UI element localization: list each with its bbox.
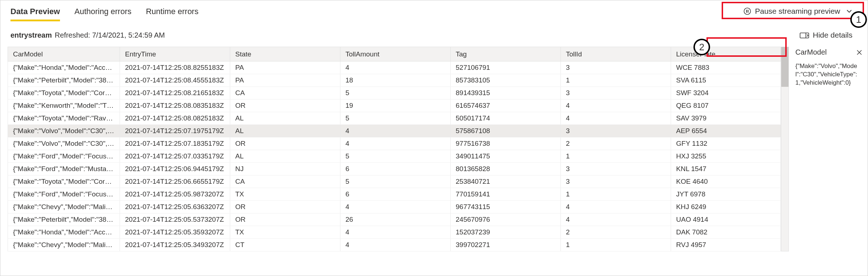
scrollbar-thumb[interactable]: [781, 47, 788, 87]
tab-data-preview[interactable]: Data Preview: [10, 2, 60, 21]
cell-carmodel[interactable]: {"Make":"Peterbilt","Model":"389","V: [8, 74, 120, 87]
cell-tollid[interactable]: 4: [561, 213, 671, 226]
cell-carmodel[interactable]: {"Make":"Peterbilt","Model":"389","V: [8, 213, 120, 226]
cell-plate[interactable]: KNL 1547: [671, 163, 781, 175]
cell-plate[interactable]: SAV 3979: [671, 112, 781, 125]
cell-plate[interactable]: WCE 7883: [671, 61, 781, 74]
cell-entrytime[interactable]: 2021-07-14T12:25:06.9445179Z: [120, 163, 230, 175]
cell-plate[interactable]: RVJ 4957: [671, 239, 781, 251]
cell-carmodel[interactable]: {"Make":"Chevy","Model":"Malibu",: [8, 201, 120, 213]
cell-plate[interactable]: SWF 3204: [671, 87, 781, 99]
cell-tag[interactable]: 977516738: [451, 137, 561, 150]
cell-state[interactable]: OR: [230, 99, 340, 112]
cell-carmodel[interactable]: {"Make":"Toyota","Model":"Rav4","Ve: [8, 112, 120, 125]
cell-tollamount[interactable]: 5: [340, 87, 451, 99]
cell-tollamount[interactable]: 4: [340, 201, 451, 213]
cell-tag[interactable]: 857383105: [451, 74, 561, 87]
vertical-scrollbar[interactable]: [781, 47, 789, 251]
cell-tollid[interactable]: 3: [561, 87, 671, 99]
cell-plate[interactable]: GFY 1132: [671, 137, 781, 150]
cell-tag[interactable]: 967743115: [451, 201, 561, 213]
cell-tollamount[interactable]: 5: [340, 112, 451, 125]
cell-tollamount[interactable]: 4: [340, 61, 451, 74]
cell-carmodel[interactable]: {"Make":"Volvo","Model":"C30","Veh: [8, 137, 120, 150]
cell-state[interactable]: AL: [230, 125, 340, 137]
cell-carmodel[interactable]: {"Make":"Kenworth","Model":"T680": [8, 99, 120, 112]
cell-tollamount[interactable]: 4: [340, 137, 451, 150]
table-row[interactable]: {"Make":"Honda","Model":"Accord",2021-07…: [8, 226, 781, 239]
cell-tag[interactable]: 399702271: [451, 239, 561, 251]
cell-plate[interactable]: KHJ 6249: [671, 201, 781, 213]
cell-tollid[interactable]: 1: [561, 239, 671, 251]
cell-entrytime[interactable]: 2021-07-14T12:25:06.6655179Z: [120, 175, 230, 188]
table-row[interactable]: {"Make":"Toyota","Model":"Corolla",2021-…: [8, 175, 781, 188]
hide-details-button[interactable]: Hide details: [795, 29, 858, 42]
cell-tag[interactable]: 349011475: [451, 150, 561, 163]
cell-tag[interactable]: 801365828: [451, 163, 561, 175]
table-row[interactable]: {"Make":"Toyota","Model":"Corolla",2021-…: [8, 87, 781, 99]
cell-tollid[interactable]: 3: [561, 61, 671, 74]
cell-tollid[interactable]: 1: [561, 150, 671, 163]
table-row[interactable]: {"Make":"Volvo","Model":"C30","Veh2021-0…: [8, 125, 781, 137]
cell-state[interactable]: AL: [230, 150, 340, 163]
cell-tollamount[interactable]: 5: [340, 150, 451, 163]
table-row[interactable]: {"Make":"Chevy","Model":"Malibu",2021-07…: [8, 239, 781, 251]
cell-tag[interactable]: 505017174: [451, 112, 561, 125]
cell-plate[interactable]: QEG 8107: [671, 99, 781, 112]
cell-tollamount[interactable]: 26: [340, 213, 451, 226]
cell-state[interactable]: AL: [230, 112, 340, 125]
cell-state[interactable]: OR: [230, 201, 340, 213]
cell-tollid[interactable]: 4: [561, 99, 671, 112]
cell-tag[interactable]: 253840721: [451, 175, 561, 188]
cell-tollid[interactable]: 3: [561, 163, 671, 175]
cell-tag[interactable]: 575867108: [451, 125, 561, 137]
col-header-carmodel[interactable]: CarModel: [8, 47, 120, 61]
cell-tollid[interactable]: 1: [561, 74, 671, 87]
cell-carmodel[interactable]: {"Make":"Honda","Model":"Accord",: [8, 61, 120, 74]
col-header-state[interactable]: State: [230, 47, 340, 61]
cell-entrytime[interactable]: 2021-07-14T12:25:05.6363207Z: [120, 201, 230, 213]
cell-entrytime[interactable]: 2021-07-14T12:25:05.3493207Z: [120, 239, 230, 251]
cell-carmodel[interactable]: {"Make":"Ford","Model":"Mustang",: [8, 163, 120, 175]
cell-state[interactable]: CT: [230, 239, 340, 251]
table-row[interactable]: {"Make":"Toyota","Model":"Rav4","Ve2021-…: [8, 112, 781, 125]
table-row[interactable]: {"Make":"Ford","Model":"Focus","Vel2021-…: [8, 188, 781, 201]
cell-carmodel[interactable]: {"Make":"Ford","Model":"Focus","Vel: [8, 150, 120, 163]
cell-carmodel[interactable]: {"Make":"Chevy","Model":"Malibu",: [8, 239, 120, 251]
cell-plate[interactable]: AEP 6554: [671, 125, 781, 137]
cell-state[interactable]: PA: [230, 74, 340, 87]
cell-tollid[interactable]: 3: [561, 125, 671, 137]
cell-tollid[interactable]: 2: [561, 137, 671, 150]
cell-state[interactable]: TX: [230, 226, 340, 239]
cell-tollamount[interactable]: 4: [340, 125, 451, 137]
cell-tollid[interactable]: 3: [561, 175, 671, 188]
table-row[interactable]: {"Make":"Peterbilt","Model":"389","V2021…: [8, 74, 781, 87]
cell-state[interactable]: CA: [230, 175, 340, 188]
cell-entrytime[interactable]: 2021-07-14T12:25:08.4555183Z: [120, 74, 230, 87]
cell-tag[interactable]: 616574637: [451, 99, 561, 112]
col-header-tollamount[interactable]: TollAmount: [340, 47, 451, 61]
cell-plate[interactable]: UAO 4914: [671, 213, 781, 226]
cell-tollamount[interactable]: 5: [340, 175, 451, 188]
cell-tollamount[interactable]: 18: [340, 74, 451, 87]
table-row[interactable]: {"Make":"Peterbilt","Model":"389","V2021…: [8, 213, 781, 226]
cell-entrytime[interactable]: 2021-07-14T12:25:08.8255183Z: [120, 61, 230, 74]
cell-entrytime[interactable]: 2021-07-14T12:25:07.1835179Z: [120, 137, 230, 150]
cell-state[interactable]: NJ: [230, 163, 340, 175]
cell-tollid[interactable]: 1: [561, 188, 671, 201]
cell-tollamount[interactable]: 6: [340, 163, 451, 175]
cell-plate[interactable]: SVA 6115: [671, 74, 781, 87]
cell-tag[interactable]: 891439315: [451, 87, 561, 99]
pause-streaming-button[interactable]: Pause streaming preview: [738, 5, 858, 18]
cell-tollid[interactable]: 4: [561, 112, 671, 125]
col-header-entrytime[interactable]: EntryTime: [120, 47, 230, 61]
cell-tollid[interactable]: 4: [561, 201, 671, 213]
table-row[interactable]: {"Make":"Ford","Model":"Focus","Vel2021-…: [8, 150, 781, 163]
cell-plate[interactable]: KOE 4640: [671, 175, 781, 188]
table-row[interactable]: {"Make":"Volvo","Model":"C30","Veh2021-0…: [8, 137, 781, 150]
cell-plate[interactable]: JYT 6978: [671, 188, 781, 201]
cell-tollamount[interactable]: 6: [340, 188, 451, 201]
col-header-tollid[interactable]: TollId: [561, 47, 671, 61]
col-header-licenseplate[interactable]: LicensePlate: [671, 47, 781, 61]
table-row[interactable]: {"Make":"Honda","Model":"Accord",2021-07…: [8, 61, 781, 74]
